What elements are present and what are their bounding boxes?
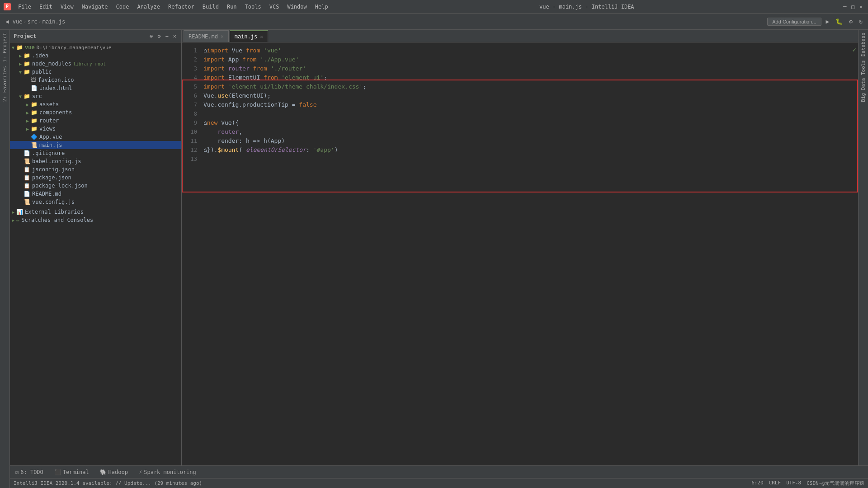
tree-external-libraries[interactable]: ▶ 📊 External Libraries (10, 208, 181, 216)
tree-idea[interactable]: ▶ 📁 .idea (10, 52, 181, 60)
window-title: vue - main.js - IntelliJ IDEA (539, 4, 634, 10)
menu-analyze[interactable]: Analyze (133, 3, 164, 11)
file-tree: ▼ 📁 vue D:\Library-management\vue ▶ 📁 .i… (10, 42, 181, 465)
tree-scratches[interactable]: ▶ ✏ Scratches and Consoles (10, 216, 181, 224)
breadcrumb-mainjs: main.js (42, 19, 66, 25)
sidebar-database[interactable]: Database (859, 31, 867, 58)
code-line-9: ⌂ new Vue ({ (203, 118, 858, 127)
tree-views[interactable]: ▶ 📁 views (10, 125, 181, 133)
back-icon[interactable]: ◀ (4, 17, 11, 26)
bottom-tab-todo[interactable]: ☑ 6: TODO (14, 468, 45, 476)
tree-assets[interactable]: ▶ 📁 assets (10, 100, 181, 108)
bottom-tab-terminal[interactable]: ⬛ Terminal (52, 468, 91, 476)
title-bar: P File Edit View Navigate Code Analyze R… (0, 0, 868, 14)
code-line-13 (203, 155, 858, 164)
code-line-7: Vue . config . productionTip = false (203, 100, 858, 109)
left-sidebar-strip: 1: Project 2: Favorites (0, 30, 10, 488)
menu-help[interactable]: Help (311, 3, 332, 11)
code-line-1: ⌂ import Vue from 'vue' (203, 46, 858, 55)
build-icon[interactable]: ⚙ (847, 17, 854, 26)
code-line-4: import ElementUI from 'element-ui' ; (203, 73, 858, 82)
tree-readme[interactable]: 📄 README.md (10, 190, 181, 198)
run-icon[interactable]: ▶ (824, 17, 831, 26)
status-charset[interactable]: UTF-8 (786, 480, 801, 487)
close-button[interactable]: ✕ (858, 4, 864, 10)
terminal-icon: ⬛ (54, 469, 61, 475)
tree-main-js[interactable]: 📜 main.js (10, 141, 181, 149)
breadcrumb-sep1: › (24, 19, 27, 25)
tree-index-html[interactable]: 📄 index.html (10, 84, 181, 92)
menu-window[interactable]: Window (283, 3, 310, 11)
menu-file[interactable]: File (14, 3, 35, 11)
status-bar: IntelliJ IDEA 2020.1.4 available: // Upd… (10, 478, 868, 488)
sidebar-tab-project[interactable]: 1: Project (1, 31, 9, 64)
todo-label: 6: TODO (20, 469, 43, 475)
sidebar-bigdata[interactable]: Big Data Tools (859, 58, 867, 104)
breadcrumb-src: src (28, 19, 38, 25)
menu-run[interactable]: Run (223, 3, 241, 11)
code-line-11: render : h => h ( App ) (203, 136, 858, 145)
minimize-button[interactable]: ─ (842, 4, 848, 10)
tree-public[interactable]: ▼ 📁 public (10, 68, 181, 76)
status-extra: CSDN-@元气满满的程序猿 (807, 480, 864, 487)
outer-layout-inner: Project ⊕ ⚙ − ✕ ▼ 📁 vue D:\Library-manag… (10, 30, 868, 488)
breadcrumb-vue: vue (13, 19, 23, 25)
toolbar: ◀ vue › src › main.js Add Configuration.… (0, 14, 868, 30)
menu-tools[interactable]: Tools (241, 3, 265, 11)
menu-navigate[interactable]: Navigate (78, 3, 112, 11)
menu-refactor[interactable]: Refactor (165, 3, 198, 11)
terminal-label: Terminal (63, 469, 89, 475)
tab-mainjs-close[interactable]: ✕ (260, 34, 263, 40)
title-bar-left: P File Edit View Navigate Code Analyze R… (4, 3, 332, 11)
menu-bar: File Edit View Navigate Code Analyze Ref… (14, 3, 332, 11)
panel-collapse-icon[interactable]: − (164, 33, 170, 40)
menu-view[interactable]: View (57, 3, 77, 11)
project-panel: Project ⊕ ⚙ − ✕ ▼ 📁 vue D:\Library-manag… (10, 30, 182, 465)
debug-icon[interactable]: 🐛 (834, 17, 844, 26)
tree-components[interactable]: ▶ 📁 components (10, 108, 181, 117)
tree-vue-config[interactable]: 📜 vue.config.js (10, 198, 181, 206)
bottom-tab-spark[interactable]: ⚡ Spark monitoring (137, 468, 198, 476)
tree-package-lock[interactable]: 📋 package-lock.json (10, 182, 181, 190)
tree-babel-config[interactable]: 📜 babel.config.js (10, 157, 181, 165)
tree-router[interactable]: ▶ 📁 router (10, 117, 181, 125)
spark-label: Spark monitoring (144, 469, 196, 475)
tree-gitignore[interactable]: 📄 .gitignore (10, 149, 181, 157)
tab-readme-close[interactable]: ✕ (221, 33, 224, 39)
project-panel-title: Project (14, 33, 37, 39)
tab-readme[interactable]: README.md ✕ (184, 30, 229, 42)
code-editor[interactable]: ✓ 1 2 3 4 5 6 7 8 9 10 11 12 13 (182, 42, 858, 465)
menu-vcs[interactable]: VCS (266, 3, 283, 11)
code-line-8 (203, 109, 858, 118)
add-configuration-button[interactable]: Add Configuration... (767, 18, 821, 26)
code-content[interactable]: ⌂ import Vue from 'vue' import App from … (200, 42, 858, 465)
panel-close-icon[interactable]: ✕ (172, 33, 178, 40)
menu-edit[interactable]: Edit (36, 3, 56, 11)
tab-mainjs[interactable]: main.js ✕ (230, 30, 268, 42)
tree-favicon[interactable]: 🖼 favicon.ico (10, 76, 181, 84)
editor-area: README.md ✕ main.js ✕ ✓ 1 (182, 30, 858, 465)
outer-layout: 1: Project 2: Favorites Project ⊕ ⚙ − ✕ (0, 30, 868, 488)
todo-icon: ☑ (15, 469, 19, 475)
panel-settings-icon[interactable]: ⚙ (156, 33, 162, 40)
sidebar-tab-favorites[interactable]: 2: Favorites (1, 64, 9, 103)
tree-package-json[interactable]: 📋 package.json (10, 174, 181, 182)
line-numbers: 1 2 3 4 5 6 7 8 9 10 11 12 13 (182, 42, 200, 465)
sync-icon[interactable]: ↻ (857, 17, 864, 26)
status-right: 6:20 CRLF UTF-8 CSDN-@元气满满的程序猿 (751, 480, 864, 487)
panel-locate-icon[interactable]: ⊕ (148, 33, 154, 40)
maximize-button[interactable]: □ (850, 4, 856, 10)
tree-app-vue[interactable]: 🔷 App.vue (10, 133, 181, 141)
bottom-tabs: ☑ 6: TODO ⬛ Terminal 🐘 Hadoop ⚡ Spark mo… (10, 465, 868, 478)
tree-node-modules[interactable]: ▶ 📁 node_modules library root (10, 60, 181, 68)
tab-readme-label: README.md (189, 33, 218, 40)
menu-build[interactable]: Build (199, 3, 222, 11)
status-crlf[interactable]: CRLF (769, 480, 781, 487)
content-row: Project ⊕ ⚙ − ✕ ▼ 📁 vue D:\Library-manag… (10, 30, 868, 465)
tree-jsconfig[interactable]: 📋 jsconfig.json (10, 165, 181, 174)
tree-root[interactable]: ▼ 📁 vue D:\Library-management\vue (10, 43, 181, 52)
tree-src[interactable]: ▼ 📁 src (10, 92, 181, 100)
bottom-tab-hadoop[interactable]: 🐘 Hadoop (98, 468, 130, 476)
menu-code[interactable]: Code (113, 3, 133, 11)
right-toolbar: Add Configuration... ▶ 🐛 ⚙ ↻ (767, 17, 864, 26)
